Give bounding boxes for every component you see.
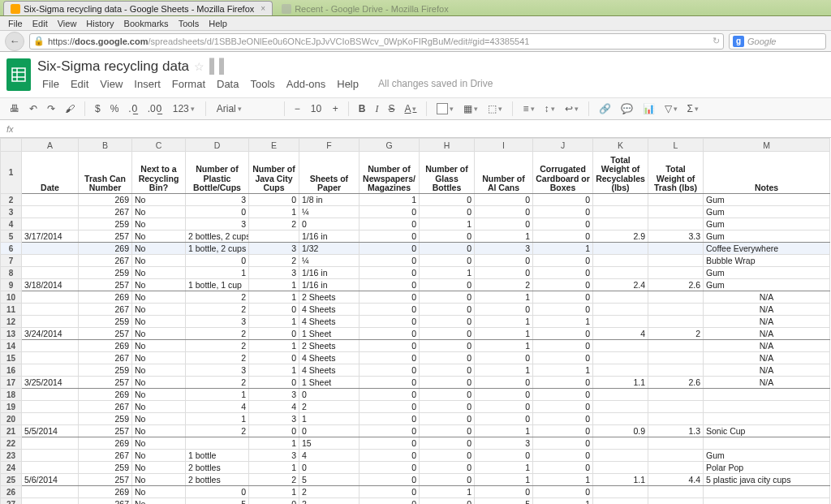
row-header[interactable]: 22	[1, 437, 22, 450]
cell[interactable]: 1	[475, 340, 533, 352]
cell[interactable]: No	[132, 425, 186, 437]
cell[interactable]: 1	[249, 206, 299, 218]
cell[interactable]: 2	[186, 304, 249, 316]
cell[interactable]: 0	[533, 267, 593, 279]
cell[interactable]	[593, 437, 648, 450]
cell[interactable]	[22, 218, 79, 230]
browser-search-box[interactable]: g Google	[729, 33, 826, 50]
cell[interactable]: 3	[249, 389, 299, 401]
cell[interactable]	[22, 450, 79, 462]
cell[interactable]: No	[132, 279, 186, 291]
cell[interactable]: 0	[249, 194, 299, 206]
cell[interactable]: 0	[420, 279, 475, 291]
cell[interactable]: 3/17/2014	[22, 230, 79, 243]
cell[interactable]: N/A	[704, 364, 830, 377]
cell[interactable]: 0	[360, 206, 420, 218]
row-header[interactable]: 10	[1, 291, 22, 304]
cell[interactable]	[648, 194, 704, 206]
menu-file[interactable]: File	[3, 19, 28, 28]
cell[interactable]	[22, 291, 79, 304]
cell[interactable]: Coffee Everywhere	[704, 243, 830, 255]
cell[interactable]: 0	[533, 377, 593, 389]
cell[interactable]: 257	[79, 474, 132, 486]
cell[interactable]: 0	[360, 328, 420, 340]
cell[interactable]: 0	[249, 425, 299, 437]
star-icon[interactable]: ☆	[194, 60, 205, 73]
cell[interactable]: 1	[249, 340, 299, 352]
browser-tab-inactive[interactable]: Recent - Google Drive - Mozilla Firefox	[274, 1, 456, 15]
cell[interactable]: 2 bottles	[186, 474, 249, 486]
cell[interactable]: 0	[360, 352, 420, 364]
sheets-menu-view[interactable]: View	[95, 76, 127, 92]
row-header[interactable]: 9	[1, 279, 22, 291]
cell[interactable]	[593, 462, 648, 474]
cell[interactable]: 0	[475, 401, 533, 413]
cell[interactable]: 0	[475, 218, 533, 230]
cell[interactable]: 2	[186, 328, 249, 340]
row-header[interactable]: 23	[1, 450, 22, 462]
menu-view[interactable]: View	[53, 19, 82, 28]
row-header[interactable]: 18	[1, 389, 22, 401]
col-header-M[interactable]: M	[704, 139, 830, 152]
cell[interactable]: 5 plastic java city cups	[704, 474, 830, 486]
col-header-F[interactable]: F	[299, 139, 360, 152]
cell[interactable]	[704, 498, 830, 505]
cell[interactable]: 0	[533, 291, 593, 304]
cell[interactable]: 4	[593, 328, 648, 340]
cell[interactable]: Bubble Wrap	[704, 255, 830, 267]
row-header[interactable]: 6	[1, 243, 22, 255]
row-header[interactable]: 4	[1, 218, 22, 230]
cell[interactable]: 0	[420, 328, 475, 340]
cell[interactable]: 0	[360, 230, 420, 243]
cell[interactable]: 269	[79, 437, 132, 450]
cell[interactable]: 0	[299, 218, 360, 230]
cell[interactable]: 0	[533, 389, 593, 401]
cell[interactable]: No	[132, 498, 186, 505]
cell[interactable]	[704, 437, 830, 450]
cell[interactable]: 0	[360, 401, 420, 413]
cell[interactable]: 0	[533, 206, 593, 218]
cell[interactable]: 0	[475, 304, 533, 316]
cell[interactable]: 0	[299, 462, 360, 474]
header-cell[interactable]: Total Weight of Trash (lbs)	[648, 152, 704, 194]
cell[interactable]: 267	[79, 498, 132, 505]
cell[interactable]: 1	[420, 486, 475, 498]
cell[interactable]: 0	[360, 437, 420, 450]
cell[interactable]: 1	[360, 194, 420, 206]
cell[interactable]: 259	[79, 364, 132, 377]
cell[interactable]: 1	[249, 486, 299, 498]
tab-close-icon[interactable]: ×	[260, 4, 265, 13]
col-header-C[interactable]: C	[132, 139, 186, 152]
cell[interactable]: 0	[249, 498, 299, 505]
cell[interactable]: No	[132, 377, 186, 389]
cell[interactable]	[648, 498, 704, 505]
cell[interactable]: 0	[533, 450, 593, 462]
cell[interactable]	[593, 352, 648, 364]
cell[interactable]: ¼	[299, 255, 360, 267]
cell[interactable]: 1	[475, 425, 533, 437]
cell[interactable]: 0	[420, 389, 475, 401]
cell[interactable]: No	[132, 316, 186, 328]
cell[interactable]: 1/32	[299, 243, 360, 255]
cell[interactable]: 2	[648, 328, 704, 340]
cell[interactable]: 3	[249, 243, 299, 255]
cell[interactable]: Gum	[704, 450, 830, 462]
cell[interactable]: No	[132, 340, 186, 352]
cell[interactable]: 4.4	[648, 474, 704, 486]
cell[interactable]: 0	[420, 206, 475, 218]
cell[interactable]: 0	[360, 291, 420, 304]
cell[interactable]	[648, 401, 704, 413]
cell[interactable]: 1	[475, 316, 533, 328]
col-header-J[interactable]: J	[533, 139, 593, 152]
cell[interactable]: 0	[360, 389, 420, 401]
cell[interactable]: No	[132, 230, 186, 243]
cell[interactable]: 267	[79, 352, 132, 364]
header-cell[interactable]: Number of Plastic Bottle/Cups	[186, 152, 249, 194]
col-header-I[interactable]: I	[475, 139, 533, 152]
cell[interactable]: 0	[420, 364, 475, 377]
column-headers[interactable]: ABCDEFGHIJKLM	[1, 139, 830, 152]
cell[interactable]: 3/25/2014	[22, 377, 79, 389]
back-button[interactable]: ←	[5, 32, 24, 51]
cell[interactable]: 257	[79, 328, 132, 340]
sheets-menu-format[interactable]: Format	[167, 76, 210, 92]
